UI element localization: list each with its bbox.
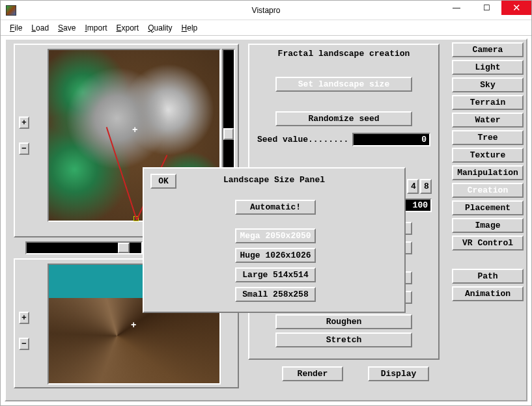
map-zoom-in-button[interactable]: + bbox=[19, 116, 29, 129]
seed-row: Seed value........ 0 bbox=[257, 133, 430, 146]
landscape-size-dialog: OK Landscape Size Panel Automatic! Mega … bbox=[143, 167, 406, 313]
roughen-button[interactable]: Roughen bbox=[275, 314, 412, 329]
randomize-seed-button[interactable]: Randomize seed bbox=[275, 111, 412, 126]
sidebar-animation[interactable]: Animation bbox=[452, 286, 524, 301]
sidebar-image[interactable]: Image bbox=[452, 218, 524, 233]
sidebar-manipulation[interactable]: Manipulation bbox=[452, 165, 524, 180]
map-horizontal-slider[interactable] bbox=[25, 241, 143, 254]
sidebar-placement[interactable]: Placement bbox=[452, 200, 524, 215]
dialog-title: Landscape Size Panel bbox=[144, 175, 404, 185]
sidebar-terrain[interactable]: Terrain bbox=[452, 95, 524, 110]
sidebar-texture[interactable]: Texture bbox=[452, 148, 524, 163]
titlebar: Vistapro — ☐ ✕ bbox=[1, 1, 531, 20]
crosshair-icon: + bbox=[132, 127, 137, 133]
window-buttons: — ☐ ✕ bbox=[441, 1, 531, 15]
sidebar-creation[interactable]: Creation bbox=[452, 183, 524, 198]
render-zoom-out-button[interactable]: − bbox=[19, 338, 29, 350]
menu-save[interactable]: Save bbox=[58, 23, 76, 33]
seed-label: Seed value........ bbox=[257, 135, 348, 144]
sidebar-path[interactable]: Path bbox=[452, 269, 524, 284]
map-vertical-slider-thumb[interactable] bbox=[223, 128, 234, 140]
minimize-button[interactable]: — bbox=[441, 1, 471, 15]
stretch-button[interactable]: Stretch bbox=[275, 332, 412, 347]
menu-help[interactable]: Help bbox=[182, 23, 198, 33]
set-landscape-size-button[interactable]: Set landscape size bbox=[275, 77, 412, 92]
menu-quality[interactable]: Quality bbox=[148, 23, 172, 33]
workspace: + + − + + − Fractal landscape creation S… bbox=[5, 38, 527, 401]
close-button[interactable]: ✕ bbox=[501, 1, 531, 15]
sidebar-light[interactable]: Light bbox=[452, 60, 524, 75]
divisor-8-button[interactable]: 8 bbox=[420, 179, 432, 194]
sidebar-tree[interactable]: Tree bbox=[452, 130, 524, 145]
menu-file[interactable]: File bbox=[10, 23, 22, 33]
sidebar-vr-control[interactable]: VR Control bbox=[452, 236, 524, 250]
render-zoom-in-button[interactable]: + bbox=[19, 312, 29, 324]
divisor-4-button[interactable]: 4 bbox=[407, 179, 419, 194]
small-size-button[interactable]: Small 258x258 bbox=[235, 287, 316, 302]
seed-value-field[interactable]: 0 bbox=[352, 133, 430, 146]
view-line-2 bbox=[106, 127, 137, 220]
sidebar-camera[interactable]: Camera bbox=[452, 42, 524, 57]
mega-size-button[interactable]: Mega 2050x2050 bbox=[235, 228, 316, 243]
huge-size-button[interactable]: Huge 1026x1026 bbox=[235, 248, 316, 263]
large-size-button[interactable]: Large 514x514 bbox=[235, 267, 316, 282]
render-button[interactable]: Render bbox=[282, 366, 343, 381]
display-button[interactable]: Display bbox=[368, 366, 429, 381]
menubar: File Load Save Import Export Quality Hel… bbox=[1, 20, 531, 36]
map-horizontal-slider-thumb[interactable] bbox=[118, 243, 130, 253]
menu-import[interactable]: Import bbox=[85, 23, 107, 33]
app-icon bbox=[6, 5, 16, 16]
fractal-title: Fractal landscape creation bbox=[249, 45, 438, 62]
maximize-button[interactable]: ☐ bbox=[471, 1, 501, 15]
render-crosshair-icon: + bbox=[131, 322, 136, 329]
menu-export[interactable]: Export bbox=[116, 23, 139, 33]
sidebar: Camera Light Sky Terrain Water Tree Text… bbox=[452, 42, 524, 301]
automatic-button[interactable]: Automatic! bbox=[235, 200, 316, 215]
menu-load[interactable]: Load bbox=[31, 23, 49, 33]
sidebar-sky[interactable]: Sky bbox=[452, 77, 524, 92]
sidebar-water[interactable]: Water bbox=[452, 113, 524, 128]
map-zoom-out-button[interactable]: − bbox=[19, 142, 29, 155]
